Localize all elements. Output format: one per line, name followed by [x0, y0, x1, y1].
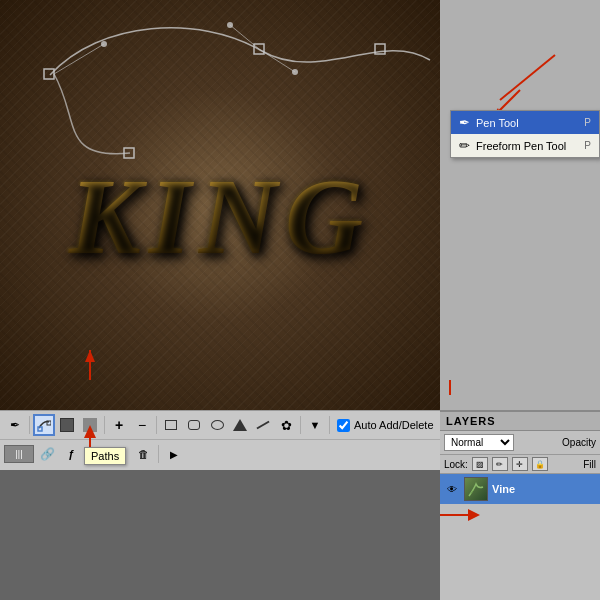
options-bar: ✒ + − ✿ ▼	[0, 410, 440, 470]
right-panel	[440, 0, 600, 410]
lock-all-icon[interactable]: 🔒	[532, 457, 548, 471]
fill-label: Fill	[583, 459, 596, 470]
freeform-pen-tool-option[interactable]: ✏ Freeform Pen Tool P	[451, 134, 599, 157]
separator-1	[29, 416, 30, 434]
path-ops-button[interactable]: ▼	[304, 414, 326, 436]
opacity-label: Opacity	[562, 437, 596, 448]
separator-3	[156, 416, 157, 434]
pen-tool-label: Pen Tool	[476, 117, 519, 129]
vine-visibility-icon[interactable]: 👁	[444, 481, 460, 497]
pen-tool-option[interactable]: ✒ Pen Tool P	[451, 111, 599, 134]
toolbar-bottom-row: ||| 🔗 ƒ ⬤ ✿ 🗑 ▶	[0, 440, 440, 468]
vine-thumbnail	[464, 477, 488, 501]
pen-tool-popup[interactable]: ✒ Pen Tool P ✏ Freeform Pen Tool P	[450, 110, 600, 158]
fx-button[interactable]: ƒ	[60, 443, 82, 465]
next-btn[interactable]: ▶	[163, 443, 185, 465]
freeform-pen-label: Freeform Pen Tool	[476, 140, 566, 152]
toolbar-top-row: ✒ + − ✿ ▼	[0, 410, 440, 440]
pen-shortcut: P	[584, 117, 591, 128]
king-text: KiNG	[20, 155, 420, 279]
layers-panel-header: LAYERS	[440, 412, 600, 431]
lock-transparency-icon[interactable]: ▨	[472, 457, 488, 471]
separator-4	[300, 416, 301, 434]
custom-shape-button[interactable]: ✿	[275, 414, 297, 436]
vine-layer-name: Vine	[492, 483, 515, 495]
separator-2	[104, 416, 105, 434]
lock-move-icon[interactable]: ✛	[512, 457, 528, 471]
freeform-pen-icon: ✏	[459, 138, 470, 153]
blend-mode-select[interactable]: Normal	[444, 434, 514, 451]
freeform-shortcut: P	[584, 140, 591, 151]
add-anchor-button[interactable]: +	[108, 414, 130, 436]
pen-tool-button[interactable]: ✒	[4, 414, 26, 436]
rect-shape-button[interactable]	[160, 414, 182, 436]
trash-btn[interactable]: 🗑	[132, 443, 154, 465]
delete-anchor-button[interactable]: −	[131, 414, 153, 436]
canvas-background: KiNG	[0, 0, 440, 410]
layers-title: LAYERS	[446, 415, 496, 427]
layers-lock-row: Lock: ▨ ✏ ✛ 🔒 Fill	[440, 455, 600, 474]
vine-layer-row[interactable]: 👁 Vine	[440, 474, 600, 504]
polygon-button[interactable]	[229, 414, 251, 436]
lock-paint-icon[interactable]: ✏	[492, 457, 508, 471]
layers-panel: LAYERS Normal Opacity Lock: ▨ ✏ ✛ 🔒 Fill…	[440, 410, 600, 600]
paths-tooltip: Paths	[84, 447, 126, 465]
canvas-area: KiNG ✒ Pen Tool P	[0, 0, 600, 410]
line-button[interactable]	[252, 414, 274, 436]
ellipse-button[interactable]	[206, 414, 228, 436]
separator-5	[329, 416, 330, 434]
timeline-indicator: |||	[4, 445, 34, 463]
auto-add-delete-area[interactable]: Auto Add/Delete	[337, 419, 434, 432]
link-icon-btn[interactable]: 🔗	[36, 443, 58, 465]
auto-add-delete-label: Auto Add/Delete	[354, 419, 434, 431]
fill-pixels-button[interactable]	[79, 414, 101, 436]
lock-label-text: Lock:	[444, 459, 468, 470]
shape-mode-button[interactable]	[56, 414, 78, 436]
svg-rect-17	[38, 427, 42, 431]
separator-6	[158, 445, 159, 463]
path-mode-button[interactable]	[33, 414, 55, 436]
rounded-rect-button[interactable]	[183, 414, 205, 436]
layers-blend-row[interactable]: Normal Opacity	[440, 431, 600, 455]
pen-tool-icon: ✒	[459, 115, 470, 130]
paths-tooltip-text: Paths	[91, 450, 119, 462]
auto-add-delete-checkbox[interactable]	[337, 419, 350, 432]
